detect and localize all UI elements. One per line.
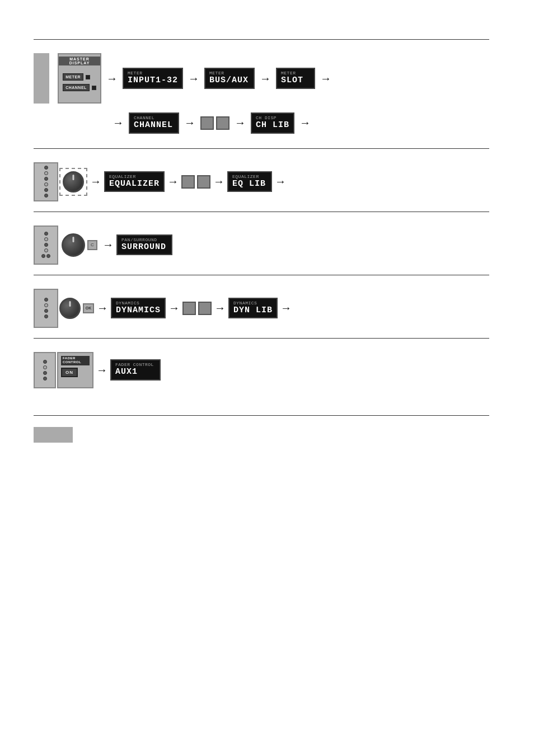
bottom-gray-box: [34, 427, 73, 443]
surr-dot-1: [44, 232, 48, 236]
arrow-1: →: [106, 72, 118, 85]
lcd-slot-value: SLOT: [281, 76, 303, 86]
fader-on-button[interactable]: ON: [61, 368, 78, 377]
lcd-aux1: FADER CONTROL AUX1: [110, 359, 161, 381]
lcd-input132-label: METER: [128, 71, 143, 76]
surr-dot-6: [46, 254, 50, 258]
channel-btn-left[interactable]: [200, 116, 214, 130]
lcd-busaux-label: METER: [209, 71, 224, 76]
dyn-arrow-2: →: [168, 302, 180, 314]
bottom-label-area: [34, 427, 489, 443]
lcd-busaux: METER BUS/AUX: [204, 68, 255, 89]
fdr-dot-4: [43, 377, 47, 381]
eq-dot-2: [44, 171, 48, 175]
dynamics-section: OK → DYNAMICS DYNAMICS → → DYNAMICS DYN …: [34, 281, 489, 332]
eq-dot-6: [44, 194, 48, 198]
surr-dot-2: [44, 237, 48, 241]
dyn-btn-right[interactable]: [198, 302, 212, 315]
dyn-arrow-3: →: [214, 302, 226, 314]
surround-btn[interactable]: C: [87, 240, 97, 250]
dynamics-mini-panel: [34, 289, 58, 328]
lcd-surround-label: PAN/SURROUND: [121, 237, 157, 242]
side-label: [34, 53, 49, 104]
dyn-dot-1: [44, 298, 48, 302]
channel-btn-right[interactable]: [216, 116, 229, 130]
lcd-channel-value: CHANNEL: [134, 121, 173, 130]
fdr-dot-1: [43, 360, 47, 364]
fdr-dot-2: [43, 365, 47, 369]
fader-section: FADER CONTROL ON → FADER CONTROL AUX1: [34, 344, 489, 393]
lcd-equalizer: EQUALIZER EQUALIZER: [104, 171, 165, 192]
dynamics-hw-area: OK: [34, 289, 94, 328]
divider-3: [34, 212, 489, 212]
lcd-equalizer-value: EQUALIZER: [109, 180, 160, 189]
lcd-busaux-value: BUS/AUX: [209, 76, 249, 86]
eq-dot-1: [44, 166, 48, 170]
meter-flow-row: MASTER DISPLAY METER CHANNEL →: [58, 53, 334, 104]
arrow-4: →: [320, 72, 331, 85]
dyn-dot-3: [44, 309, 48, 313]
meter-hw-btn[interactable]: METER: [63, 73, 83, 81]
lcd-slot-label: METER: [281, 71, 296, 76]
lcd-dynamics-value: DYNAMICS: [116, 306, 161, 316]
dynamics-knob[interactable]: [59, 298, 81, 319]
fader-arrow-1: →: [96, 364, 107, 377]
dyn-arrow-1: →: [97, 302, 108, 314]
divider-2: [34, 148, 489, 149]
channel-indicator: [92, 86, 96, 90]
fader-control-hw: FADER CONTROL ON: [57, 352, 93, 388]
eq-knob-box: [59, 168, 87, 196]
lcd-chlib-value: CH LIB: [256, 121, 289, 130]
lcd-aux1-label: FADER CONTROL: [115, 362, 154, 367]
surround-hw-area: C: [34, 226, 100, 265]
dyn-btn-left[interactable]: [182, 302, 196, 315]
divider-6: [34, 415, 489, 416]
lcd-aux1-value: AUX1: [115, 368, 138, 377]
arrow-8: →: [299, 116, 311, 129]
dynamics-ok-btn[interactable]: OK: [83, 303, 94, 313]
eq-btn-right[interactable]: [197, 175, 210, 189]
eq-hw-area: [34, 162, 87, 201]
eq-arrow-3: →: [213, 175, 224, 188]
top-divider: [34, 39, 489, 40]
fdr-dot-3: [43, 371, 47, 375]
surr-dot-4: [44, 248, 48, 252]
surround-knob-box: C: [59, 231, 100, 259]
lcd-surround-value: SURROUND: [121, 243, 166, 252]
lcd-eqlib: EQUALIZER EQ LIB: [227, 171, 272, 192]
eq-arrow-2: →: [167, 175, 179, 188]
master-display-section: MASTER DISPLAY METER CHANNEL →: [34, 45, 489, 143]
surround-knob[interactable]: [62, 233, 85, 257]
arrow-5: →: [113, 116, 124, 129]
divider-5: [34, 338, 489, 339]
eq-arrow-4: →: [275, 175, 286, 188]
surround-mini-panel: [34, 226, 58, 265]
eq-btn-left[interactable]: [181, 175, 195, 189]
dyn-dot-4: [44, 314, 48, 318]
surr-dot-5: [41, 254, 45, 258]
arrow-3: →: [260, 72, 271, 85]
arrow-7: →: [235, 116, 246, 129]
surround-arrow-1: →: [102, 238, 114, 251]
lcd-channel-label: CHANNEL: [134, 115, 154, 120]
master-display-hw: MASTER DISPLAY METER CHANNEL: [58, 53, 101, 104]
eq-dot-5: [44, 188, 48, 192]
lcd-dynlib-label: DYNAMICS: [233, 300, 257, 306]
channel-hw-btn[interactable]: CHANNEL: [63, 84, 90, 91]
lcd-dynlib: DYNAMICS DYN LIB: [228, 298, 278, 319]
dyn-btn-pair: [182, 302, 212, 315]
channel-flow-row: → CHANNEL CHANNEL → → CH DISP CH LIB: [110, 112, 313, 134]
eq-dot-4: [44, 182, 48, 186]
eq-btn-pair: [181, 175, 210, 189]
lcd-input132: METER INPUT1-32: [123, 68, 183, 89]
dyn-dot-2: [44, 303, 48, 307]
lcd-chlib: CH DISP CH LIB: [251, 112, 294, 134]
eq-knob[interactable]: [63, 171, 84, 192]
master-display-label: MASTER DISPLAY: [59, 57, 100, 65]
fader-mini-panel: [34, 352, 56, 388]
eq-arrow-1: →: [90, 175, 101, 188]
lcd-input132-value: INPUT1-32: [128, 76, 178, 86]
dyn-arrow-4: →: [280, 302, 292, 314]
divider-4: [34, 275, 489, 275]
fader-control-label: FADER CONTROL: [61, 356, 90, 366]
